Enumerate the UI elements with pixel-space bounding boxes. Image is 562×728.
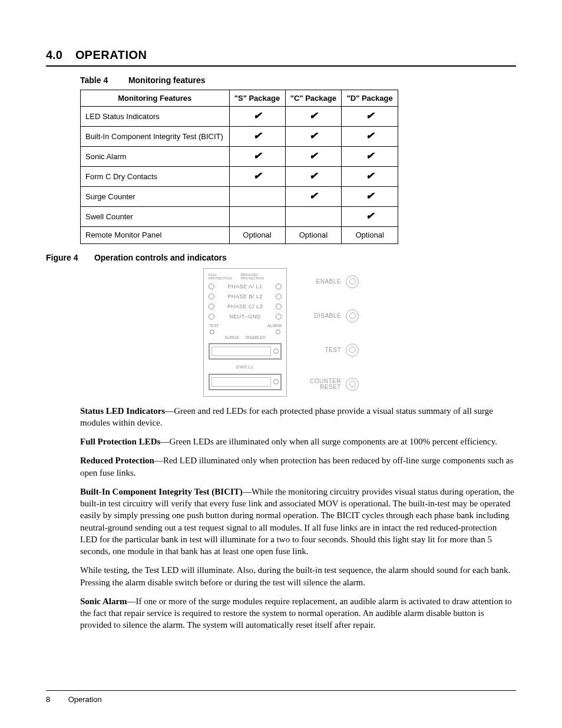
surge-label: SURGE (224, 335, 239, 340)
disable-button[interactable] (346, 309, 359, 322)
enable-label: ENABLE (316, 279, 341, 285)
term-full-protection: Full Protection LEDs (80, 437, 160, 446)
neut-gnd-label: NEUT–GND (214, 313, 276, 320)
test-label: TEST (209, 323, 219, 328)
page-footer: 8 Operation (46, 690, 516, 705)
counter-reset-button[interactable] (346, 378, 359, 391)
table-row: LED Status Indicators✔✔✔ (81, 107, 398, 127)
test-button[interactable] (346, 344, 359, 357)
footer-section: Operation (68, 695, 102, 704)
figure-caption: Figure 4 Operation controls and indicato… (46, 252, 516, 263)
term-status-led: Status LED Indicators (80, 406, 165, 416)
disabled-label: DISABLED (245, 335, 266, 340)
term-sonic-alarm: Sonic Alarm (80, 597, 127, 606)
section-title: OPERATION (75, 48, 147, 61)
body-text: Status LED Indicators—Green and red LEDs… (80, 405, 516, 631)
swell-lcd (209, 374, 282, 390)
monitoring-features-table: Monitoring Features "S" Package "C" Pack… (80, 90, 398, 244)
led-icon (209, 294, 214, 299)
alarm-label: ALARM (267, 323, 282, 328)
col-d-package: "D" Package (342, 90, 398, 107)
led-icon (276, 314, 282, 319)
phase-c-label: PHASE C/ L3 (214, 303, 276, 310)
col-features: Monitoring Features (81, 90, 230, 107)
led-icon (273, 348, 279, 354)
led-icon (209, 284, 214, 289)
figure-label: Figure 4 (46, 252, 92, 263)
disable-label: DISABLE (314, 313, 341, 319)
section-heading: 4.0 OPERATION (46, 47, 516, 67)
button-column: ENABLE DISABLE TEST COUNTERRESET (300, 268, 359, 397)
swell-label: SWELL (207, 364, 283, 371)
table-row: Form C Dry Contacts✔✔✔ (81, 167, 398, 187)
hdr-full-protection: FULL PROTECTION (209, 273, 241, 280)
table-row: Surge Counter✔✔ (81, 187, 398, 207)
led-icon (209, 304, 214, 309)
figure-title: Operation controls and indicators (94, 253, 227, 262)
figure-4: FULL PROTECTION REDUCED PROTECTION PHASE… (46, 268, 516, 397)
phase-b-label: PHASE B/ L2 (214, 293, 276, 300)
counter-reset-label: COUNTERRESET (310, 378, 341, 390)
term-reduced-protection: Reduced Protection (80, 456, 154, 465)
table-caption: Table 4 Monitoring features (80, 75, 516, 86)
enable-button[interactable] (346, 275, 359, 288)
indicator-panel: FULL PROTECTION REDUCED PROTECTION PHASE… (203, 268, 287, 397)
led-icon (276, 304, 282, 309)
hdr-reduced-protection: REDUCED PROTECTION (241, 273, 282, 280)
col-c-package: "C" Package (285, 90, 342, 107)
surge-lcd (209, 343, 282, 360)
led-icon (210, 330, 214, 334)
section-number: 4.0 (46, 48, 62, 61)
table-row: Swell Counter✔ (81, 207, 398, 227)
table-header-row: Monitoring Features "S" Package "C" Pack… (81, 90, 398, 107)
col-s-package: "S" Package (229, 90, 285, 107)
led-icon (273, 379, 279, 384)
table-row: Sonic Alarm✔✔✔ (81, 147, 398, 167)
table-row: Built-In Component Integrity Test (BICIT… (81, 127, 398, 147)
para-bicit-cont: While testing, the Test LED will illumin… (80, 564, 516, 588)
table-title: Monitoring features (128, 75, 206, 85)
led-icon (276, 294, 282, 299)
phase-a-label: PHASE A/ L1 (214, 283, 276, 290)
led-icon (276, 330, 280, 334)
table-row: Remote Monitor PanelOptionalOptionalOpti… (81, 227, 398, 244)
term-bicit: Built-In Component Integrity Test (BICIT… (80, 487, 243, 496)
page-number: 8 (46, 694, 66, 705)
table-label: Table 4 (80, 75, 126, 86)
led-icon (276, 284, 282, 289)
led-icon (209, 314, 214, 319)
test-btn-label: TEST (325, 347, 341, 353)
